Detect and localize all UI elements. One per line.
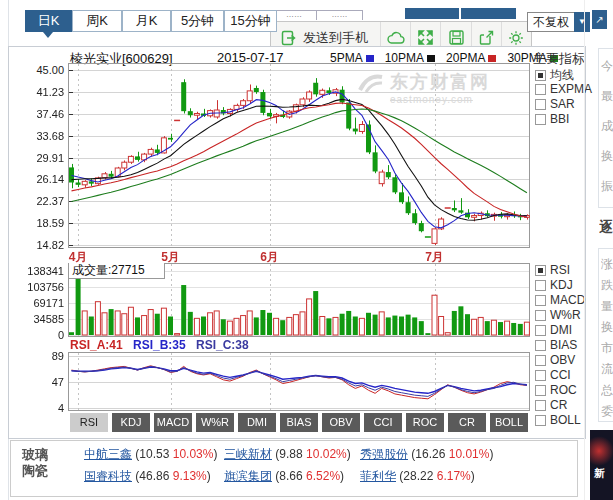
indicator-tab-CCI[interactable]: CCI xyxy=(364,413,402,432)
indicator-tab-KDJ[interactable]: KDJ xyxy=(112,413,150,432)
volume-tick-103756: 103756 xyxy=(22,281,64,293)
stock-entry-中航三鑫: 中航三鑫 (10.53 10.03%) xyxy=(84,446,217,463)
rail-fragment: 换 xyxy=(601,319,613,336)
checkbox-main-SAR[interactable]: SAR xyxy=(535,97,575,111)
sector-label: 玻璃陶瓷 xyxy=(22,447,52,479)
legend-swatch xyxy=(488,55,496,62)
checkbox-icon xyxy=(535,265,546,276)
checkbox-label: CR xyxy=(550,398,567,412)
rsi-tick-47: 47 xyxy=(22,376,64,388)
rsi-value-label-1: RSI_A:41 xyxy=(70,338,123,352)
checkbox-sub-W%R[interactable]: W%R xyxy=(535,308,581,322)
month-label-6月: 6月 xyxy=(255,249,285,266)
indicator-tab-DMI[interactable]: DMI xyxy=(238,413,276,432)
checkbox-sub-CR[interactable]: CR xyxy=(535,398,567,412)
stock-link[interactable]: 旗滨集团 xyxy=(224,469,272,483)
rail-fragment: 振 xyxy=(601,178,613,195)
indicator-tab-W%R[interactable]: W%R xyxy=(196,413,234,432)
volume-tick-0: 0 xyxy=(22,329,64,341)
checkbox-icon xyxy=(535,385,546,396)
period-tab-1[interactable]: 日K xyxy=(25,10,72,32)
price-tick-41.23: 41.23 xyxy=(24,86,64,98)
checkbox-icon xyxy=(535,295,546,306)
indicator-tab-MACD[interactable]: MACD xyxy=(154,413,192,432)
checkbox-sub-RSI[interactable]: RSI xyxy=(535,263,570,277)
checkbox-sub-ROC[interactable]: ROC xyxy=(535,383,577,397)
checkbox-sub-BOLL[interactable]: BOLL xyxy=(535,413,581,427)
stock-price: (10.53 xyxy=(132,447,173,461)
right-rail-ad-image[interactable]: 新 xyxy=(590,430,613,500)
rsi-canvas[interactable] xyxy=(68,352,530,411)
checkbox-main-BBI[interactable]: BBI xyxy=(535,112,569,126)
rail-fragment: 量 xyxy=(601,298,613,315)
checkbox-icon xyxy=(535,114,546,125)
checkbox-label: W%R xyxy=(550,308,581,322)
hidden-blue-button-1[interactable] xyxy=(405,8,459,19)
rail-fragment: 最 xyxy=(601,88,613,105)
paren: ) xyxy=(471,469,475,483)
checkbox-label: BBI xyxy=(550,112,569,126)
dropdown-arrow-button[interactable]: ▼ xyxy=(574,12,590,32)
selected-tab-pointer xyxy=(43,32,53,38)
hidden-tab-60min[interactable]: …… xyxy=(316,10,363,20)
rail-fragment: 涨 xyxy=(601,256,613,273)
hidden-blue-button-2[interactable] xyxy=(461,8,516,19)
checkbox-icon xyxy=(535,355,546,366)
period-tab-5[interactable]: 15分钟 xyxy=(224,10,277,32)
stock-link[interactable]: 秀强股份 xyxy=(360,447,408,461)
stock-price: (28.22 xyxy=(396,469,437,483)
checkbox-label: BOLL xyxy=(550,413,581,427)
stock-link[interactable]: 中航三鑫 xyxy=(84,447,132,461)
checkbox-label: DMI xyxy=(550,323,572,337)
checkbox-sub-CCI[interactable]: CCI xyxy=(535,368,571,382)
stock-link[interactable]: 菲利华 xyxy=(360,469,396,483)
indicator-tab-RSI[interactable]: RSI xyxy=(70,413,108,432)
indicator-tab-OBV[interactable]: OBV xyxy=(322,413,360,432)
checkbox-icon xyxy=(535,280,546,291)
stock-entry-三峡新材: 三峡新材 (9.88 10.02%) xyxy=(224,446,351,463)
stock-link[interactable]: 国睿科技 xyxy=(84,469,132,483)
checkbox-sub-DMI[interactable]: DMI xyxy=(535,323,572,337)
checkbox-sub-KDJ[interactable]: KDJ xyxy=(535,278,573,292)
kline-canvas[interactable] xyxy=(68,63,530,248)
send-to-phone-label: 发送到手机 xyxy=(303,29,368,47)
indicator-tab-ROC[interactable]: ROC xyxy=(406,413,444,432)
checkbox-sub-OBV[interactable]: OBV xyxy=(535,353,575,367)
price-tick-37.46: 37.46 xyxy=(24,108,64,120)
paren: ) xyxy=(340,469,344,483)
indicator-tab-BIAS[interactable]: BIAS xyxy=(280,413,318,432)
rsi-tick-4: 4 xyxy=(22,402,64,414)
indicator-tab-CR[interactable]: CR xyxy=(448,413,486,432)
checkbox-label: ROC xyxy=(550,383,577,397)
stock-price: (16.26 xyxy=(408,447,449,461)
period-tab-3[interactable]: 月K xyxy=(122,10,171,32)
period-tab-2[interactable]: 周K xyxy=(72,10,122,32)
right-rail-arrow-button[interactable]: ↗ xyxy=(592,10,607,29)
rail-fragment: 流 xyxy=(601,361,613,378)
volume-tick-34585: 34585 xyxy=(22,313,64,325)
stock-link[interactable]: 三峡新材 xyxy=(224,447,272,461)
price-tick-22.37: 22.37 xyxy=(24,195,64,207)
month-label-4月: 4月 xyxy=(63,249,93,266)
checkbox-sub-BIAS[interactable]: BIAS xyxy=(535,338,577,352)
legend-swatch xyxy=(427,55,435,62)
checkbox-icon xyxy=(535,84,546,95)
stock-price: (8.66 xyxy=(272,469,306,483)
checkbox-label: BIAS xyxy=(550,338,577,352)
adjust-type-dropdown[interactable]: 不复权 xyxy=(527,12,575,32)
rail-fragment: 换 xyxy=(601,148,613,165)
stock-change-pct: 6.52% xyxy=(306,469,340,483)
rail-fragment: 今 xyxy=(601,58,613,75)
checkbox-icon xyxy=(535,415,546,426)
rail-fragment: 跌 xyxy=(601,277,613,294)
period-tab-4[interactable]: 5分钟 xyxy=(171,10,224,32)
checkbox-sub-MACD[interactable]: MACD xyxy=(535,293,585,307)
ad-red-blob xyxy=(590,436,613,466)
checkbox-icon xyxy=(535,400,546,411)
stock-change-pct: 9.13% xyxy=(173,469,207,483)
indicator-tab-BOLL[interactable]: BOLL xyxy=(490,413,528,432)
checkbox-icon xyxy=(535,325,546,336)
rail-fragment: 市 xyxy=(601,340,613,357)
hidden-tab-30min[interactable]: …… xyxy=(271,10,317,20)
volume-tick-138341: 138341 xyxy=(22,265,64,277)
